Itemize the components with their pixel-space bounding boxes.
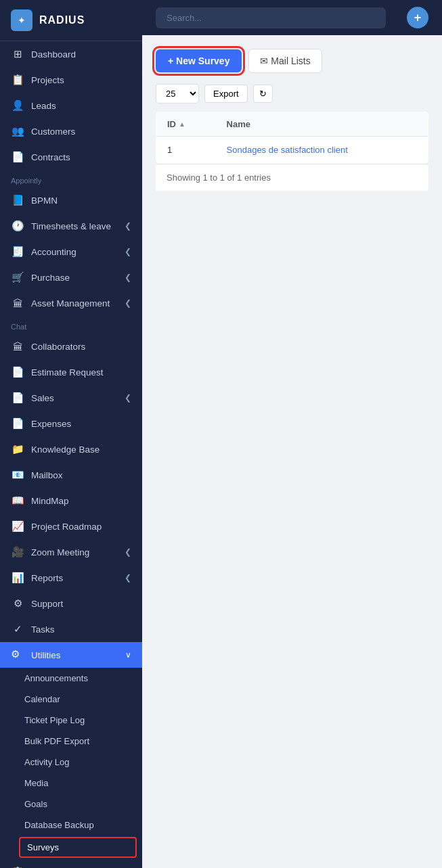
sidebar-subitem-goals[interactable]: Goals — [0, 794, 142, 815]
column-header-id[interactable]: ID ▲ — [156, 112, 216, 137]
asset-icon: 🏛 — [11, 296, 24, 310]
mailbox-icon: 📧 — [11, 468, 24, 482]
surveys-table: ID ▲ Name 1 Sondages de satisfaction cl — [156, 112, 428, 164]
sidebar-item-contracts[interactable]: 📄 Contracts — [0, 144, 142, 170]
search-input[interactable] — [156, 7, 386, 28]
subitem-label: Surveys — [27, 842, 59, 852]
sidebar-item-dashboard[interactable]: ⊞ Dashboard — [0, 41, 142, 67]
export-button[interactable]: Export — [204, 85, 248, 103]
chat-section-label: Chat — [0, 316, 142, 334]
sidebar-item-label: Project Roadmap — [31, 522, 102, 532]
sidebar-item-label: Expenses — [31, 419, 71, 429]
sidebar-item-label: BPMN — [31, 196, 58, 206]
purchase-icon: 🛒 — [11, 271, 24, 284]
dashboard-icon: ⊞ — [11, 47, 24, 61]
estimate-icon: 📄 — [11, 365, 24, 379]
logo-text: RADIUS — [39, 14, 85, 26]
tasks-icon: ✓ — [11, 622, 24, 636]
sidebar-item-timesheets[interactable]: 🕐 Timesheets & leave ❮ — [0, 213, 142, 239]
table-row: 1 Sondages de satisfaction client — [156, 137, 428, 164]
mindmap-icon: 📖 — [11, 494, 24, 507]
zoom-icon: 🎥 — [11, 545, 24, 559]
subitem-label: Database Backup — [24, 820, 94, 830]
sidebar-subitem-ticket-pipe-log[interactable]: Ticket Pipe Log — [0, 710, 142, 731]
sidebar-item-accounting[interactable]: 🧾 Accounting ❮ — [0, 239, 142, 265]
sidebar-item-label: Reports — [31, 573, 63, 583]
subitem-label: Calendar — [24, 694, 60, 704]
new-survey-button[interactable]: + New Survey — [156, 49, 242, 72]
sidebar-item-bpmn[interactable]: 📘 BPMN — [0, 187, 142, 213]
accounting-icon: 🧾 — [11, 245, 24, 258]
contracts-icon: 📄 — [11, 150, 24, 164]
page-area: + New Survey ✉ Mail Lists 10 25 50 100 E… — [142, 35, 442, 868]
chevron-down-icon: ∨ — [125, 650, 131, 660]
sidebar-item-mailbox[interactable]: 📧 Mailbox — [0, 462, 142, 488]
bpmn-icon: 📘 — [11, 193, 24, 207]
mail-lists-button[interactable]: ✉ Mail Lists — [248, 49, 322, 73]
sales-icon: 📄 — [11, 391, 24, 405]
sidebar-item-utilities[interactable]: ⚙ Utilities ∨ — [0, 642, 142, 668]
sidebar-item-label: Tasks — [31, 624, 55, 635]
sidebar-item-label: MindMap — [31, 496, 69, 506]
utilities-label: Utilities — [31, 650, 61, 660]
sidebar-item-leads[interactable]: 👤 Leads — [0, 93, 142, 118]
action-bar: + New Survey ✉ Mail Lists — [156, 49, 428, 73]
sidebar-item-customers[interactable]: 👥 Customers — [0, 118, 142, 144]
sidebar-subitem-bulk-pdf-export[interactable]: Bulk PDF Export — [0, 731, 142, 752]
customers-icon: 👥 — [11, 124, 24, 138]
sidebar-item-sales[interactable]: 📄 Sales ❮ — [0, 385, 142, 411]
sidebar-item-label: Dashboard — [31, 49, 76, 60]
sidebar-item-label: Leads — [31, 101, 56, 111]
sidebar-subitem-calendar[interactable]: Calendar — [0, 689, 142, 710]
sidebar-item-tasks[interactable]: ✓ Tasks — [0, 616, 142, 642]
reports-icon: 📊 — [11, 571, 24, 585]
chevron-icon: ❮ — [125, 273, 131, 282]
expenses-icon: 📄 — [11, 417, 24, 430]
sidebar-item-label: Purchase — [31, 273, 70, 283]
chevron-icon: ❮ — [125, 573, 131, 583]
timesheets-icon: 🕐 — [11, 219, 24, 233]
kb-icon: 📁 — [11, 442, 24, 456]
sidebar-item-label: Knowledge Base — [31, 444, 100, 455]
sidebar-subitem-surveys[interactable]: Surveys — [19, 837, 137, 858]
cell-name: Sondages de satisfaction client — [216, 137, 428, 164]
chevron-icon: ❮ — [125, 247, 131, 256]
sidebar-item-purchase[interactable]: 🛒 Purchase ❮ — [0, 265, 142, 290]
table-controls: 10 25 50 100 Export ↻ — [156, 84, 428, 104]
sidebar-item-label: Projects — [31, 75, 64, 85]
sidebar-subitem-announcements[interactable]: Announcements — [0, 668, 142, 689]
sidebar-item-mindmap[interactable]: 📖 MindMap — [0, 488, 142, 513]
main-content: + + New Survey ✉ Mail Lists 10 25 50 100… — [142, 0, 442, 868]
sidebar-item-label: Zoom Meeting — [31, 547, 89, 557]
sidebar-item-project-roadmap[interactable]: 📈 Project Roadmap — [0, 513, 142, 539]
sidebar-subitem-media[interactable]: Media — [0, 773, 142, 794]
chevron-icon: ❮ — [125, 298, 131, 308]
sidebar-item-reports[interactable]: 📊 Reports ❮ — [0, 565, 142, 591]
topbar-plus-button[interactable]: + — [407, 7, 428, 28]
sidebar-item-support[interactable]: ⚙ Support — [0, 591, 142, 616]
sidebar-item-label: Contracts — [31, 152, 70, 162]
subitem-label: Goals — [24, 799, 47, 809]
leads-icon: 👤 — [11, 99, 24, 112]
sidebar-subitem-database-backup[interactable]: Database Backup — [0, 815, 142, 836]
survey-link[interactable]: Sondages de satisfaction client — [227, 145, 348, 155]
sidebar-item-zoom-meeting[interactable]: 🎥 Zoom Meeting ❮ — [0, 539, 142, 565]
sidebar-item-collaborators[interactable]: 🏛 Collaborators — [0, 334, 142, 359]
column-header-name[interactable]: Name — [216, 112, 428, 137]
sidebar-item-expenses[interactable]: 📄 Expenses — [0, 411, 142, 436]
subitem-label: Activity Log — [24, 757, 69, 767]
sidebar-item-whiteboard[interactable]: 📋 WhiteBoard — [0, 859, 142, 868]
logo: ✦ RADIUS — [0, 0, 142, 41]
sidebar-item-asset-management[interactable]: 🏛 Asset Management ❮ — [0, 290, 142, 316]
chevron-icon: ❮ — [125, 221, 131, 231]
sidebar-subitem-activity-log[interactable]: Activity Log — [0, 752, 142, 773]
refresh-button[interactable]: ↻ — [253, 85, 273, 103]
sidebar-item-label: Customers — [31, 127, 75, 137]
sidebar-item-knowledge-base[interactable]: 📁 Knowledge Base — [0, 436, 142, 462]
page-size-select[interactable]: 10 25 50 100 — [156, 84, 199, 104]
sidebar-item-label: Estimate Request — [31, 367, 104, 378]
sidebar-item-projects[interactable]: 📋 Projects — [0, 67, 142, 93]
sidebar-item-estimate-request[interactable]: 📄 Estimate Request — [0, 359, 142, 385]
whiteboard-icon: 📋 — [11, 865, 24, 868]
chevron-icon: ❮ — [125, 547, 131, 557]
